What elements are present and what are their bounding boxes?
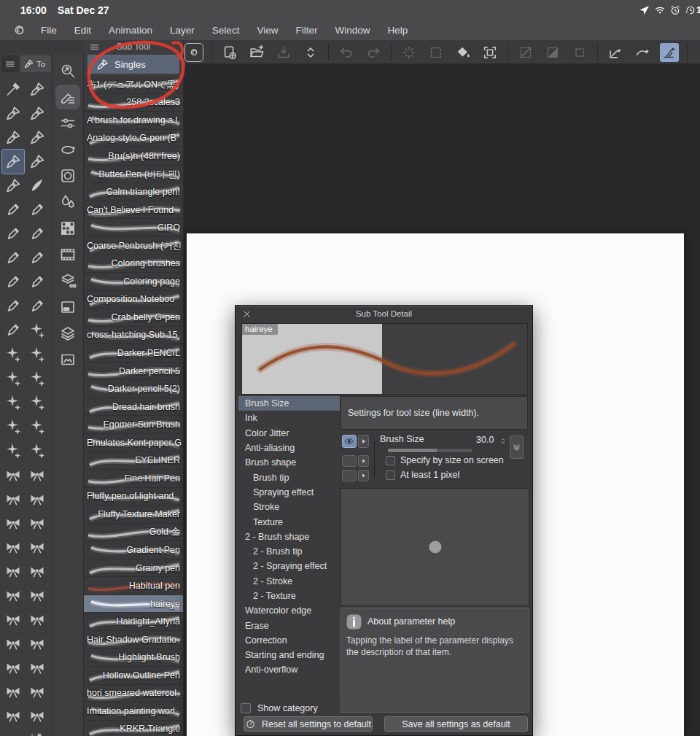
- tool-marker-17[interactable]: [26, 270, 48, 294]
- brush-item-27[interactable]: Grainy pen: [84, 559, 183, 578]
- tool-marker-19[interactable]: [26, 294, 48, 318]
- subtool-menu-icon[interactable]: [89, 42, 100, 53]
- dock-layer-property[interactable]: [58, 297, 78, 317]
- dock-timeline-film[interactable]: [58, 244, 78, 265]
- save-file-button[interactable]: [274, 43, 293, 62]
- tool-brushpen-9[interactable]: [26, 174, 48, 198]
- specify-size-checkbox[interactable]: [386, 456, 395, 465]
- select-area-button[interactable]: [427, 43, 446, 62]
- dock-blend-drops[interactable]: [58, 192, 78, 212]
- tool-bow-36[interactable]: [2, 511, 24, 535]
- close-icon[interactable]: [242, 309, 252, 319]
- brush-item-29[interactable]: haireye: [84, 595, 183, 613]
- value-stepper[interactable]: [499, 435, 508, 447]
- brush-item-7[interactable]: Can't Believe I Found: [84, 201, 183, 220]
- brush-item-0[interactable]: 布1 (デュアルONで黒): [84, 76, 183, 94]
- category-stroke[interactable]: Stroke: [238, 500, 340, 514]
- category-anti-aliasing[interactable]: Anti-aliasing: [238, 441, 340, 455]
- tool-bow-52[interactable]: [2, 703, 24, 727]
- dock-navigator-image[interactable]: [58, 349, 78, 370]
- subtool-group-singles[interactable]: Singles: [88, 55, 179, 74]
- tool-marker-10[interactable]: [2, 198, 24, 222]
- reset-all-settings-button[interactable]: Reset all settings to default: [244, 716, 373, 732]
- brush-item-1[interactable]: 258.2scales3: [84, 94, 183, 112]
- tool-marker-18[interactable]: [2, 294, 24, 318]
- brush-item-20[interactable]: Emulates Kent paper G: [84, 434, 183, 452]
- brush-item-23[interactable]: Fluffy pen of light and: [84, 488, 183, 506]
- brush-item-18[interactable]: Dread hair brush: [84, 398, 183, 417]
- category-brush-shape[interactable]: Brush shape: [238, 455, 340, 470]
- menu-item-help[interactable]: Help: [387, 25, 408, 36]
- tool-bow-34[interactable]: [2, 487, 24, 511]
- tool-bow-35[interactable]: [26, 487, 48, 511]
- brush-item-11[interactable]: Coloring page: [84, 273, 183, 291]
- tool-dropper-0[interactable]: [2, 77, 24, 101]
- tool-marker-14[interactable]: [2, 246, 24, 270]
- snap-perspective-button[interactable]: [660, 43, 679, 62]
- dock-layer-stack[interactable]: [58, 323, 78, 344]
- menu-item-layer[interactable]: Layer: [170, 25, 195, 36]
- tool-bow-49[interactable]: [26, 655, 48, 679]
- tool-sparkle-22[interactable]: [2, 342, 24, 366]
- param-dynamics-3[interactable]: [358, 470, 369, 481]
- category-brush-tip[interactable]: Brush tip: [238, 470, 340, 484]
- tool-bow-40[interactable]: [2, 559, 24, 583]
- deselect-line-button[interactable]: [516, 43, 535, 62]
- brush-item-4[interactable]: Bru(s)h (48h free): [84, 147, 183, 166]
- tool-bow-47[interactable]: [26, 631, 48, 655]
- category-spraying-effect[interactable]: Spraying effect: [238, 485, 340, 500]
- dock-transform-loop[interactable]: [58, 139, 78, 160]
- deselect-box-button[interactable]: [570, 43, 589, 62]
- tool-bow-43[interactable]: [26, 583, 48, 607]
- dock-subtool-detail[interactable]: [58, 87, 78, 107]
- brush-size-value[interactable]: 30.0: [476, 435, 494, 445]
- tool-nib-2[interactable]: [2, 101, 24, 125]
- param-dynamics-button[interactable]: [358, 435, 369, 448]
- least-1-pixel-label[interactable]: At least 1 pixel: [400, 470, 459, 480]
- brush-item-9[interactable]: Coarse Penbrush (거친: [84, 237, 183, 255]
- tool-marker-20[interactable]: [2, 318, 24, 342]
- brush-item-34[interactable]: hori smeared watercol: [84, 685, 183, 703]
- dock-pattern-grid[interactable]: [58, 218, 78, 239]
- tool-marker-12[interactable]: [2, 222, 24, 246]
- category-2-stroke[interactable]: 2 - Stroke: [238, 574, 340, 589]
- category-ink[interactable]: Ink: [238, 411, 340, 425]
- category-2-texture[interactable]: 2 - Texture: [238, 589, 340, 603]
- up-down-chevrons-button[interactable]: [301, 43, 320, 62]
- dock-zoom-operation[interactable]: [58, 61, 78, 81]
- tool-bow-38[interactable]: [2, 535, 24, 559]
- tool-spray-55[interactable]: [26, 727, 48, 736]
- brush-item-26[interactable]: Gradient Pen: [84, 541, 183, 559]
- brush-item-22[interactable]: Fine Hair Pen: [84, 470, 183, 488]
- category-brush-size[interactable]: Brush Size: [238, 396, 340, 411]
- category-erase[interactable]: Erase: [238, 618, 340, 632]
- least-1-pixel-checkbox[interactable]: [386, 470, 395, 480]
- brush-item-12[interactable]: Composition Noteboo: [84, 291, 183, 309]
- brush-item-33[interactable]: Hollow Outline Pen: [84, 667, 183, 685]
- brush-item-16[interactable]: Darker pencil 5: [84, 363, 183, 381]
- show-category-checkbox[interactable]: [241, 703, 251, 713]
- brush-item-3[interactable]: Analog-style G-pen (B: [84, 130, 183, 148]
- tool-sparkle-24[interactable]: [2, 366, 24, 390]
- category-color-jitter[interactable]: Color Jitter: [238, 426, 340, 441]
- brush-item-36[interactable]: KRKR Triangle: [84, 721, 183, 736]
- menu-item-window[interactable]: Window: [335, 25, 370, 36]
- tool-nib-3[interactable]: [26, 101, 48, 125]
- snap-curve-button[interactable]: [633, 43, 652, 62]
- tool-sparkle-26[interactable]: [2, 390, 24, 414]
- brush-item-31[interactable]: Hair Shadow Gradatio: [84, 631, 183, 649]
- tool-nib-7[interactable]: [26, 150, 48, 174]
- brush-item-25[interactable]: Gold 金: [84, 524, 183, 542]
- redo-button[interactable]: [364, 43, 383, 62]
- category-starting-and-ending[interactable]: Starting and ending: [238, 648, 340, 662]
- tool-bow-41[interactable]: [26, 559, 48, 583]
- param-visibility-toggle[interactable]: [342, 435, 357, 448]
- param-toggle-2[interactable]: [342, 455, 357, 467]
- expand-slider-button[interactable]: [510, 435, 524, 459]
- tool-bow-44[interactable]: [2, 607, 24, 631]
- tool-sparkle-31[interactable]: [26, 438, 48, 462]
- tool-nib-4[interactable]: [2, 125, 24, 150]
- brush-item-2[interactable]: A brush for drawing a l: [84, 112, 183, 130]
- fill-bucket-button[interactable]: [454, 43, 472, 62]
- dialog-titlebar[interactable]: Sub Tool Detail: [236, 306, 532, 321]
